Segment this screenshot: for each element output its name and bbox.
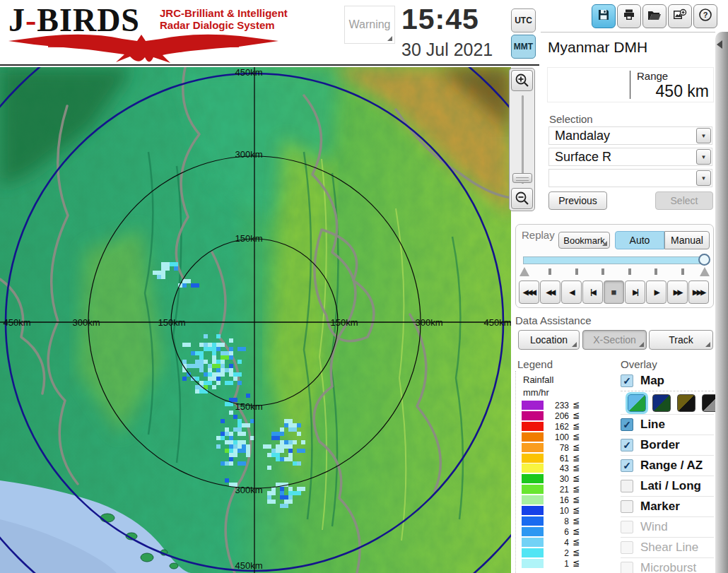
legend-value: 78 xyxy=(544,443,569,453)
fastest-forward-button[interactable]: ▶▶▶ xyxy=(688,280,709,304)
fastest-rewind-button[interactable]: ◀◀◀ xyxy=(519,280,539,304)
zoom-out-button[interactable] xyxy=(511,188,533,209)
legend-color-swatch xyxy=(522,422,544,431)
map-style-swatch-2[interactable] xyxy=(652,394,671,412)
legend-color-swatch xyxy=(522,559,544,568)
previous-button[interactable]: Previous xyxy=(548,191,607,210)
chevron-down-icon[interactable]: ▼ xyxy=(696,170,711,186)
legend-value: 162 xyxy=(544,422,569,432)
panel-collapse-strip[interactable] xyxy=(715,32,728,573)
checkbox-range-az[interactable]: ✓ xyxy=(621,459,633,472)
step-back-button[interactable]: |◀ xyxy=(582,280,603,304)
map-zoom-control xyxy=(509,68,535,211)
zoom-slider-track[interactable] xyxy=(522,95,524,184)
play-button[interactable]: ▶ xyxy=(646,280,667,304)
utc-button[interactable]: UTC xyxy=(511,8,536,33)
step-forward-button[interactable]: ▶| xyxy=(625,280,645,304)
add-image-icon xyxy=(672,8,688,25)
zoom-slider-handle[interactable] xyxy=(512,173,532,183)
magnifier-plus-icon xyxy=(515,73,530,88)
range-ring-label: 300km xyxy=(415,317,442,328)
overlay-item-label: Map xyxy=(640,374,664,388)
site-dropdown[interactable]: Mandalay ▼ xyxy=(548,126,712,145)
zoom-in-button[interactable] xyxy=(511,70,533,91)
auto-mode-button[interactable]: Auto xyxy=(615,231,664,249)
range-label: Range xyxy=(637,70,668,82)
legend-value: 233 xyxy=(544,401,569,410)
map-style-swatch-3[interactable] xyxy=(677,394,695,412)
add-image-button[interactable] xyxy=(668,4,692,28)
replay-panel: Replay Bookmark Auto Manual ◀◀◀◀◀◀|◀■▶|▶… xyxy=(515,224,714,308)
save-button[interactable] xyxy=(592,4,616,28)
x-section-button[interactable]: X-Section xyxy=(582,330,647,350)
checkbox-shear-line xyxy=(621,541,633,554)
legend-color-swatch xyxy=(522,548,544,557)
legend-color-swatch xyxy=(522,411,544,420)
legend-value: 43 xyxy=(544,463,569,473)
range-ring-label: 150km xyxy=(235,233,262,244)
product-dropdown[interactable]: Surface R ▼ xyxy=(548,148,712,166)
legend-color-swatch xyxy=(522,454,544,463)
legend-le-symbol: ≦ xyxy=(573,495,580,504)
chevron-down-icon[interactable]: ▼ xyxy=(696,149,711,165)
svg-text:?: ? xyxy=(703,11,708,19)
header-divider xyxy=(0,64,539,66)
reverse-play-button[interactable]: ◀ xyxy=(561,280,582,304)
overlay-list: ✓Map✓Line✓Border✓Range / AZLati / LongMa… xyxy=(621,370,714,573)
help-button[interactable]: ? xyxy=(693,4,717,28)
legend-le-symbol: ≦ xyxy=(573,516,580,526)
fast-rewind-button[interactable]: ◀◀ xyxy=(540,280,560,304)
map-style-swatch-1[interactable] xyxy=(628,394,646,412)
overlay-item-label: Wind xyxy=(640,520,668,534)
range-ring-label: 450km xyxy=(483,317,511,328)
legend-value: 61 xyxy=(544,454,569,463)
checkbox-border[interactable]: ✓ xyxy=(621,439,633,451)
range-ring-label: 300km xyxy=(72,317,100,328)
replay-range-start-marker[interactable] xyxy=(519,267,529,276)
manual-mode-button[interactable]: Manual xyxy=(664,231,710,249)
print-icon xyxy=(622,8,636,25)
overlay-item-label: Marker xyxy=(640,500,680,514)
fast-forward-button[interactable]: ▶▶ xyxy=(667,280,688,304)
warning-button[interactable]: Warning xyxy=(344,6,395,44)
legend-color-swatch xyxy=(522,474,544,483)
checkbox-map[interactable]: ✓ xyxy=(621,374,633,387)
range-ring-label: 450km xyxy=(235,67,262,78)
collapse-arrow-icon xyxy=(717,40,722,49)
magnifier-minus-icon xyxy=(515,191,530,206)
checkbox-line[interactable]: ✓ xyxy=(621,418,633,431)
range-ring-label: 300km xyxy=(235,149,262,160)
replay-slider-handle[interactable] xyxy=(698,254,710,266)
checkbox-marker[interactable] xyxy=(621,500,633,513)
bookmark-button[interactable]: Bookmark xyxy=(558,232,610,249)
stop-button[interactable]: ■ xyxy=(604,280,624,304)
range-ring-label: 150km xyxy=(235,401,262,412)
replay-slider-track[interactable] xyxy=(523,256,708,264)
legend-le-symbol: ≦ xyxy=(573,453,580,463)
print-button[interactable] xyxy=(617,4,641,28)
range-ring-label: 150km xyxy=(158,317,185,328)
chevron-down-icon[interactable]: ▼ xyxy=(696,128,711,143)
range-ring-label: 150km xyxy=(330,317,358,328)
legend-value: 2 xyxy=(544,548,569,558)
logo-tagline: JRC-Brilliant & Intelligent Radar Dialog… xyxy=(160,7,288,32)
checkbox-wind xyxy=(621,521,633,533)
legend-color-swatch xyxy=(522,443,544,452)
option-dropdown[interactable]: ▼ xyxy=(548,169,712,187)
legend-le-symbol: ≦ xyxy=(573,432,580,442)
clock-time: 15:45 xyxy=(401,3,502,36)
overlay-item-range-az: ✓Range / AZ xyxy=(621,455,714,475)
track-button[interactable]: Track xyxy=(649,330,713,350)
checkbox-lati-long[interactable] xyxy=(621,480,633,492)
map-style-selector xyxy=(621,391,714,414)
legend-le-symbol: ≦ xyxy=(573,463,580,473)
mmt-button[interactable]: MMT xyxy=(511,35,536,59)
station-name: Myanmar DMH xyxy=(548,39,647,56)
legend-value: 4 xyxy=(544,538,569,548)
legend-value: 10 xyxy=(544,506,569,516)
open-folder-button[interactable] xyxy=(642,4,667,28)
radar-map[interactable]: 450km300km150km150km300km450km450km300km… xyxy=(0,67,511,573)
replay-range-end-marker[interactable] xyxy=(700,267,710,276)
overlay-item-label: Line xyxy=(640,418,665,432)
location-button[interactable]: Location xyxy=(518,330,580,350)
